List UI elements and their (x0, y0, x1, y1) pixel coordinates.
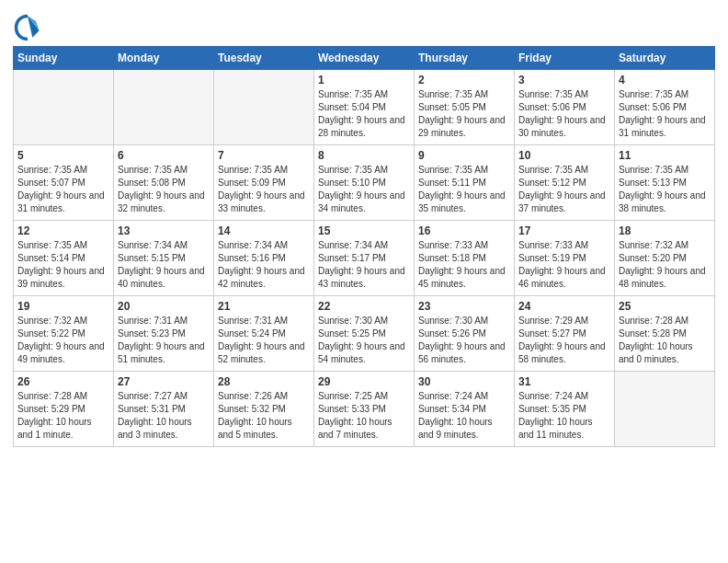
day-number: 1 (318, 74, 410, 86)
day-info: Sunrise: 7:35 AMSunset: 5:06 PMDaylight:… (518, 88, 610, 140)
day-number: 18 (619, 224, 711, 237)
calendar-cell: 8Sunrise: 7:35 AMSunset: 5:10 PMDaylight… (314, 145, 415, 221)
day-info: Sunrise: 7:35 AMSunset: 5:06 PMDaylight:… (619, 88, 711, 140)
week-row-0: 1Sunrise: 7:35 AMSunset: 5:04 PMDaylight… (14, 70, 715, 145)
day-number: 25 (619, 300, 711, 313)
day-number: 24 (518, 300, 610, 313)
calendar-cell: 11Sunrise: 7:35 AMSunset: 5:13 PMDayligh… (615, 145, 715, 221)
week-row-3: 19Sunrise: 7:32 AMSunset: 5:22 PMDayligh… (14, 296, 715, 372)
weekday-header-monday: Monday (114, 47, 214, 70)
day-info: Sunrise: 7:35 AMSunset: 5:10 PMDaylight:… (318, 164, 410, 215)
header (13, 9, 715, 42)
day-info: Sunrise: 7:33 AMSunset: 5:19 PMDaylight:… (518, 239, 610, 291)
logo (13, 13, 46, 42)
calendar-cell: 28Sunrise: 7:26 AMSunset: 5:32 PMDayligh… (214, 372, 314, 447)
day-number: 30 (418, 375, 510, 388)
calendar-cell: 16Sunrise: 7:33 AMSunset: 5:18 PMDayligh… (415, 221, 515, 296)
day-number: 12 (17, 224, 109, 237)
day-info: Sunrise: 7:24 AMSunset: 5:35 PMDaylight:… (518, 390, 610, 442)
day-number: 3 (518, 74, 610, 86)
day-number: 14 (218, 224, 310, 237)
day-number: 11 (619, 149, 711, 162)
day-info: Sunrise: 7:31 AMSunset: 5:23 PMDaylight:… (118, 315, 210, 366)
day-info: Sunrise: 7:28 AMSunset: 5:28 PMDaylight:… (619, 315, 711, 366)
calendar-cell: 25Sunrise: 7:28 AMSunset: 5:28 PMDayligh… (615, 296, 715, 372)
weekday-header-friday: Friday (515, 47, 615, 70)
week-row-2: 12Sunrise: 7:35 AMSunset: 5:14 PMDayligh… (14, 221, 715, 296)
day-info: Sunrise: 7:35 AMSunset: 5:11 PMDaylight:… (418, 164, 510, 215)
day-info: Sunrise: 7:35 AMSunset: 5:08 PMDaylight:… (118, 164, 210, 215)
day-info: Sunrise: 7:35 AMSunset: 5:13 PMDaylight:… (619, 164, 711, 215)
logo-icon (13, 13, 42, 42)
day-info: Sunrise: 7:24 AMSunset: 5:34 PMDaylight:… (418, 390, 510, 442)
day-number: 29 (318, 375, 410, 388)
day-number: 22 (318, 300, 410, 313)
calendar-cell: 1Sunrise: 7:35 AMSunset: 5:04 PMDaylight… (314, 70, 415, 145)
calendar-cell: 22Sunrise: 7:30 AMSunset: 5:25 PMDayligh… (314, 296, 415, 372)
calendar-cell: 19Sunrise: 7:32 AMSunset: 5:22 PMDayligh… (14, 296, 114, 372)
calendar-cell: 24Sunrise: 7:29 AMSunset: 5:27 PMDayligh… (515, 296, 615, 372)
day-info: Sunrise: 7:29 AMSunset: 5:27 PMDaylight:… (518, 315, 610, 366)
day-number: 7 (218, 149, 310, 162)
day-info: Sunrise: 7:35 AMSunset: 5:14 PMDaylight:… (17, 239, 109, 291)
page-container: SundayMondayTuesdayWednesdayThursdayFrid… (0, 0, 728, 563)
day-info: Sunrise: 7:35 AMSunset: 5:05 PMDaylight:… (418, 88, 510, 140)
day-info: Sunrise: 7:32 AMSunset: 5:22 PMDaylight:… (17, 315, 109, 366)
calendar-table: SundayMondayTuesdayWednesdayThursdayFrid… (13, 46, 715, 447)
day-number: 28 (218, 375, 310, 388)
calendar-cell (615, 372, 715, 447)
day-info: Sunrise: 7:34 AMSunset: 5:15 PMDaylight:… (118, 239, 210, 291)
day-number: 2 (418, 74, 510, 86)
calendar-cell: 7Sunrise: 7:35 AMSunset: 5:09 PMDaylight… (214, 145, 314, 221)
day-info: Sunrise: 7:32 AMSunset: 5:20 PMDaylight:… (619, 239, 711, 291)
calendar-cell (114, 70, 214, 145)
weekday-header-row: SundayMondayTuesdayWednesdayThursdayFrid… (14, 47, 715, 70)
calendar-cell: 2Sunrise: 7:35 AMSunset: 5:05 PMDaylight… (415, 70, 515, 145)
calendar-cell: 21Sunrise: 7:31 AMSunset: 5:24 PMDayligh… (214, 296, 314, 372)
calendar-cell: 31Sunrise: 7:24 AMSunset: 5:35 PMDayligh… (515, 372, 615, 447)
calendar-cell: 29Sunrise: 7:25 AMSunset: 5:33 PMDayligh… (314, 372, 415, 447)
day-info: Sunrise: 7:27 AMSunset: 5:31 PMDaylight:… (118, 390, 210, 442)
day-number: 4 (619, 74, 711, 86)
day-info: Sunrise: 7:25 AMSunset: 5:33 PMDaylight:… (318, 390, 410, 442)
calendar-cell: 9Sunrise: 7:35 AMSunset: 5:11 PMDaylight… (415, 145, 515, 221)
day-number: 20 (118, 300, 210, 313)
day-number: 13 (118, 224, 210, 237)
week-row-1: 5Sunrise: 7:35 AMSunset: 5:07 PMDaylight… (14, 145, 715, 221)
calendar-cell (14, 70, 114, 145)
calendar-cell: 20Sunrise: 7:31 AMSunset: 5:23 PMDayligh… (114, 296, 214, 372)
calendar-cell: 27Sunrise: 7:27 AMSunset: 5:31 PMDayligh… (114, 372, 214, 447)
day-info: Sunrise: 7:35 AMSunset: 5:12 PMDaylight:… (518, 164, 610, 215)
day-info: Sunrise: 7:33 AMSunset: 5:18 PMDaylight:… (418, 239, 510, 291)
day-number: 31 (518, 375, 610, 388)
day-number: 6 (118, 149, 210, 162)
calendar-cell: 15Sunrise: 7:34 AMSunset: 5:17 PMDayligh… (314, 221, 415, 296)
calendar-cell: 13Sunrise: 7:34 AMSunset: 5:15 PMDayligh… (114, 221, 214, 296)
day-info: Sunrise: 7:35 AMSunset: 5:09 PMDaylight:… (218, 164, 310, 215)
day-info: Sunrise: 7:35 AMSunset: 5:07 PMDaylight:… (17, 164, 109, 215)
calendar-cell: 23Sunrise: 7:30 AMSunset: 5:26 PMDayligh… (415, 296, 515, 372)
day-number: 26 (17, 375, 109, 388)
day-number: 16 (418, 224, 510, 237)
day-info: Sunrise: 7:31 AMSunset: 5:24 PMDaylight:… (218, 315, 310, 366)
calendar-cell: 6Sunrise: 7:35 AMSunset: 5:08 PMDaylight… (114, 145, 214, 221)
calendar-cell: 30Sunrise: 7:24 AMSunset: 5:34 PMDayligh… (415, 372, 515, 447)
day-number: 21 (218, 300, 310, 313)
day-info: Sunrise: 7:34 AMSunset: 5:16 PMDaylight:… (218, 239, 310, 291)
calendar-cell: 18Sunrise: 7:32 AMSunset: 5:20 PMDayligh… (615, 221, 715, 296)
calendar-cell: 4Sunrise: 7:35 AMSunset: 5:06 PMDaylight… (615, 70, 715, 145)
calendar-cell: 17Sunrise: 7:33 AMSunset: 5:19 PMDayligh… (515, 221, 615, 296)
day-number: 8 (318, 149, 410, 162)
calendar-cell: 10Sunrise: 7:35 AMSunset: 5:12 PMDayligh… (515, 145, 615, 221)
weekday-header-saturday: Saturday (615, 47, 715, 70)
calendar-cell: 3Sunrise: 7:35 AMSunset: 5:06 PMDaylight… (515, 70, 615, 145)
day-number: 5 (17, 149, 109, 162)
day-number: 10 (518, 149, 610, 162)
day-number: 17 (518, 224, 610, 237)
weekday-header-wednesday: Wednesday (314, 47, 415, 70)
day-number: 15 (318, 224, 410, 237)
day-number: 27 (118, 375, 210, 388)
weekday-header-sunday: Sunday (14, 47, 114, 70)
day-info: Sunrise: 7:35 AMSunset: 5:04 PMDaylight:… (318, 88, 410, 140)
weekday-header-tuesday: Tuesday (214, 47, 314, 70)
